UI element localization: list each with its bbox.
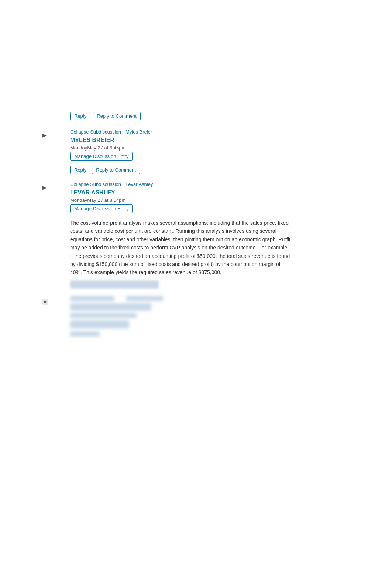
page-container: Reply Reply to Comment ▶ Collapse Subdis… [0,0,392,576]
levar-manage-container: Manage Discussion Entry [70,204,392,216]
levar-blurred-reply-area [70,280,392,289]
levar-section-wrapper: ▶ Collapse Subdiscussion Levar Ashley LE… [22,182,392,289]
myles-discussion-block: Collapse Subdiscussion Myles Breier MYLE… [70,129,392,174]
levar-timestamp: MondayMay 27 at 8:54pm [70,197,392,203]
myles-reply-row: Reply Reply to Comment [70,166,392,174]
levar-collapse-row: Collapse Subdiscussion Levar Ashley [70,182,392,187]
top-section [0,0,392,100]
myles-timestamp: MondayMay 27 at 6:45pm [70,145,392,151]
divider-line [70,107,273,107]
levar-discussion-block: Collapse Subdiscussion Levar Ashley LEVA… [70,182,392,289]
section-divider [48,100,251,100]
reply-button-1[interactable]: Reply [70,112,90,120]
myles-collapse-row: Collapse Subdiscussion Myles Breier [70,129,392,135]
myles-author-heading: MYLES BREIER [70,137,392,144]
reply-to-comment-button-1[interactable]: Reply to Comment [93,112,141,120]
levar-author-link[interactable]: Levar Ashley [125,182,153,187]
levar-author-heading: LEVAR ASHLEY [70,189,392,196]
myles-section-wrapper: ▶ Collapse Subdiscussion Myles Breier MY… [22,129,392,174]
bottom-spacer [22,344,392,528]
myles-manage-button[interactable]: Manage Discussion Entry [70,152,133,161]
myles-reply-button[interactable]: Reply [70,166,90,174]
bottom-blurred-wrapper: ▶ [22,296,392,337]
main-content: Reply Reply to Comment ▶ Collapse Subdis… [0,100,392,528]
bottom-toggle-icon[interactable]: ▶ [42,299,48,305]
levar-entry-body: The cost-volume-profit analysis makes se… [70,219,292,277]
first-reply-row: Reply Reply to Comment [70,112,392,120]
divider-container [70,107,392,107]
myles-toggle-icon[interactable]: ▶ [42,132,47,138]
myles-collapse-link[interactable]: Collapse Subdiscussion [70,129,121,135]
levar-manage-button[interactable]: Manage Discussion Entry [70,204,133,213]
bottom-blurred-section [70,296,392,337]
levar-collapse-link[interactable]: Collapse Subdiscussion [70,182,121,187]
levar-toggle-icon[interactable]: ▶ [42,184,47,190]
myles-manage-container: Manage Discussion Entry [70,152,392,163]
myles-author-link[interactable]: Myles Breier [125,129,152,135]
myles-reply-to-comment-button[interactable]: Reply to Comment [92,166,140,174]
